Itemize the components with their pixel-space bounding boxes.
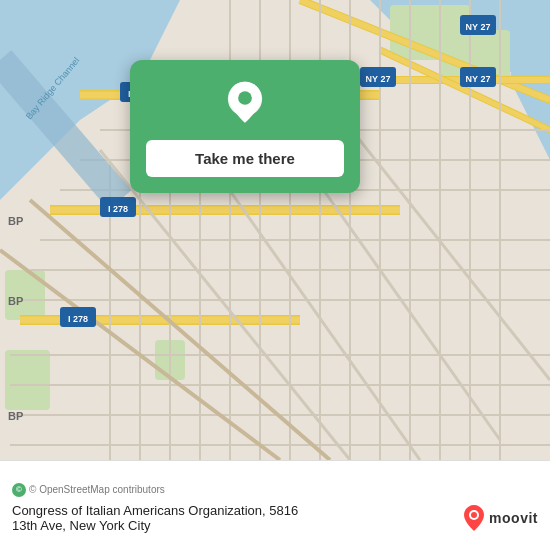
- address-line2: 13th Ave, New York City: [12, 518, 151, 533]
- svg-text:BP: BP: [8, 295, 23, 307]
- location-pin-icon: [221, 80, 269, 128]
- svg-text:I 278: I 278: [108, 204, 128, 214]
- bottom-info-bar: © © OpenStreetMap contributors Congress …: [0, 460, 550, 550]
- openstreetmap-logo: ©: [12, 483, 26, 497]
- svg-text:NY 27: NY 27: [366, 74, 391, 84]
- svg-text:NY 27: NY 27: [466, 22, 491, 32]
- svg-text:BP: BP: [8, 410, 23, 422]
- attribution-text: © OpenStreetMap contributors: [29, 484, 165, 495]
- moovit-pin-icon: [463, 504, 485, 532]
- svg-text:I 278: I 278: [68, 314, 88, 324]
- svg-text:NY 27: NY 27: [466, 74, 491, 84]
- svg-point-52: [471, 512, 477, 518]
- map-container: I 278 I 278 I 278 NY 27 NY 27 NY 27 BP B…: [0, 0, 550, 460]
- take-me-there-button[interactable]: Take me there: [146, 140, 344, 177]
- svg-rect-7: [5, 350, 50, 410]
- address-row: Congress of Italian Americans Organizati…: [12, 503, 538, 533]
- take-me-there-card: Take me there: [130, 60, 360, 193]
- moovit-label: moovit: [489, 510, 538, 526]
- svg-point-50: [238, 91, 252, 105]
- address-line1: Congress of Italian Americans Organizati…: [12, 503, 298, 518]
- moovit-logo: moovit: [463, 504, 538, 532]
- osm-attribution: © © OpenStreetMap contributors: [12, 483, 538, 497]
- address-text: Congress of Italian Americans Organizati…: [12, 503, 463, 533]
- svg-text:BP: BP: [8, 215, 23, 227]
